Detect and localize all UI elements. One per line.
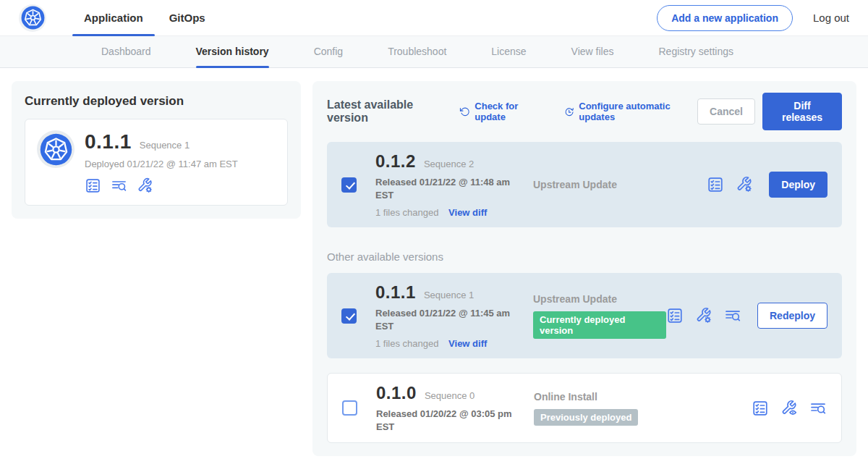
version-actions: Redeploy [666,303,827,329]
version-actions [752,400,827,417]
redeploy-button[interactable]: Redeploy [757,303,827,329]
files-changed-label: 1 files changed [375,207,438,218]
version-cell: 0.1.0 Sequence 0 Released 01/20/22 @ 03:… [376,383,521,433]
source-cell: Online Install Previously deployed [534,391,752,426]
deployed-timestamp: Deployed 01/21/22 @ 11:47 am EST [85,159,238,169]
deploy-button[interactable]: Deploy [769,172,827,198]
deploy-logs-icon[interactable] [724,307,741,324]
previously-deployed-badge: Previously deployed [534,409,638,426]
logout-button[interactable]: Log out [813,12,849,24]
version-number: 0.1.2 [375,151,416,172]
deploy-logs-icon[interactable] [111,177,127,194]
check-for-update-link[interactable]: Check for update [459,101,545,122]
deployed-version-info: 0.1.1 Sequence 1 Deployed 01/21/22 @ 11:… [85,130,238,194]
config-wrench-gear-icon[interactable] [695,307,712,324]
version-row-0-1-1: 0.1.1 Sequence 1 Released 01/21/22 @ 11:… [327,273,842,358]
view-diff-link[interactable]: View diff [448,207,487,218]
source-cell: Upstream Update [533,179,707,190]
clock-refresh-icon [563,106,574,118]
tab-troubleshoot[interactable]: Troubleshoot [388,36,446,68]
add-new-application-button[interactable]: Add a new application [657,5,793,31]
version-row-0-1-0: 0.1.0 Sequence 0 Released 01/20/22 @ 03:… [327,373,842,443]
version-cell: 0.1.2 Sequence 2 Released 01/21/22 @ 11:… [375,151,520,218]
top-nav-tabs: Application GitOps [71,0,218,36]
sequence-label: Sequence 1 [424,290,474,300]
release-notes-checklist-icon[interactable] [85,177,101,194]
top-nav: Application GitOps Add a new application… [0,0,868,36]
view-config-wrench-eye-icon[interactable] [780,400,798,417]
view-diff-link[interactable]: View diff [448,338,487,349]
version-actions: Deploy [707,172,827,198]
version-source-label: Upstream Update [533,293,666,305]
tab-registry-settings[interactable]: Registry settings [658,36,733,68]
cancel-button[interactable]: Cancel [697,98,755,125]
version-number: 0.1.1 [375,282,416,303]
config-wrench-gear-icon[interactable] [736,176,753,193]
files-changed-label: 1 files changed [375,338,438,349]
release-notes-checklist-icon[interactable] [707,176,724,193]
diff-releases-button[interactable]: Diff releases [762,93,842,130]
files-changed-line: 1 files changed View diff [375,338,520,349]
configure-automatic-updates-label: Configure automatic updates [579,101,697,122]
version-list: 0.1.2 Sequence 2 Released 01/21/22 @ 11:… [327,142,842,443]
deploy-logs-icon[interactable] [809,400,827,417]
app-kubernetes-icon [37,130,75,168]
source-cell: Upstream Update Currently deployed versi… [533,293,666,339]
top-tab-application[interactable]: Application [71,0,156,36]
sequence-label: Sequence 0 [425,390,475,401]
version-number: 0.1.0 [376,383,417,403]
main-content: Currently deployed version 0.1.1 Sequenc… [0,68,868,459]
tab-version-history[interactable]: Version history [196,36,269,68]
refresh-icon [459,106,470,118]
deployed-version-number: 0.1.1 [85,130,132,153]
tab-view-files[interactable]: View files [571,36,614,68]
version-row-0-1-2: 0.1.2 Sequence 2 Released 01/21/22 @ 11:… [327,142,842,227]
version-checkbox[interactable] [341,177,357,193]
version-source-label: Online Install [534,391,752,403]
release-notes-checklist-icon[interactable] [666,307,684,324]
currently-deployed-title: Currently deployed version [25,94,288,109]
deployed-action-icons [85,177,238,194]
released-timestamp: Released 01/20/22 @ 03:05 pm EST [376,408,514,433]
sequence-label: Sequence 2 [424,159,474,169]
deployed-version-card: 0.1.1 Sequence 1 Deployed 01/21/22 @ 11:… [25,119,288,206]
tab-dashboard[interactable]: Dashboard [101,36,151,68]
files-changed-line: 1 files changed View diff [375,207,520,218]
released-timestamp: Released 01/21/22 @ 11:45 am EST [375,307,513,332]
latest-version-header: Latest available version Check for updat… [327,93,842,130]
kubernetes-logo [19,4,46,32]
released-timestamp: Released 01/21/22 @ 11:48 am EST [375,176,513,201]
version-cell: 0.1.1 Sequence 1 Released 01/21/22 @ 11:… [375,282,520,349]
top-tab-gitops[interactable]: GitOps [156,0,218,36]
currently-deployed-badge: Currently deployed version [533,311,666,339]
version-source-label: Upstream Update [533,179,707,190]
check-for-update-label: Check for update [475,101,545,122]
version-checkbox[interactable] [342,400,357,416]
tab-config[interactable]: Config [314,36,343,68]
version-history-panel: Latest available version Check for updat… [312,81,856,456]
latest-version-title: Latest available version [327,98,446,125]
version-checkbox[interactable] [341,308,357,324]
config-wrench-gear-icon[interactable] [137,177,153,194]
tab-license[interactable]: License [491,36,526,68]
other-available-versions-label: Other available versions [327,250,842,263]
release-notes-checklist-icon[interactable] [752,400,769,417]
currently-deployed-card: Currently deployed version 0.1.1 Sequenc… [12,81,301,219]
app-sub-nav: Dashboard Version history Config Trouble… [0,36,868,68]
configure-automatic-updates-link[interactable]: Configure automatic updates [563,101,697,122]
deployed-sequence-label: Sequence 1 [140,140,190,151]
